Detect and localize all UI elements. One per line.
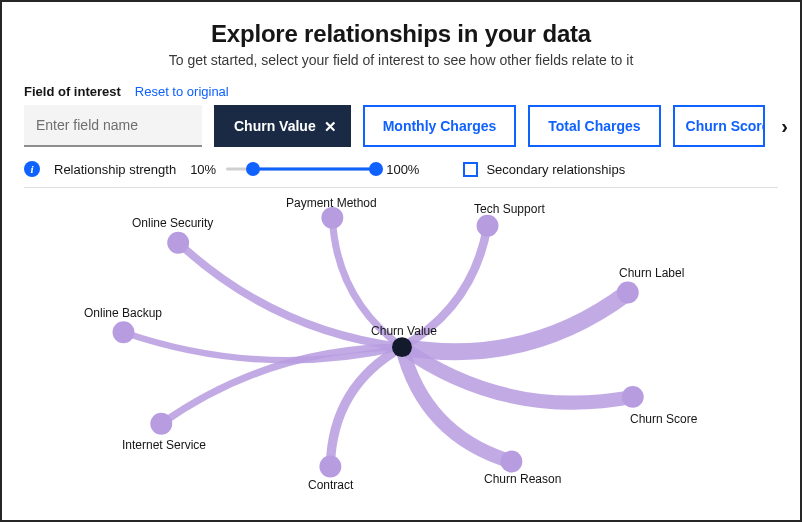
graph-node[interactable] [167,232,189,254]
graph-node[interactable] [113,321,135,343]
relationship-strength-label: Relationship strength [54,162,176,177]
secondary-relationships-label: Secondary relationships [486,162,625,177]
secondary-relationships-checkbox[interactable]: Secondary relationships [463,162,625,177]
strength-slider-group: 10% 100% [190,161,419,177]
graph-node[interactable] [319,456,341,478]
slider-thumb-low[interactable] [246,162,260,176]
chip-option[interactable]: Total Charges [528,105,660,147]
field-of-interest-header: Field of interest Reset to original [24,84,778,99]
controls-row: i Relationship strength 10% 100% Seconda… [24,161,778,187]
strength-slider[interactable] [226,161,376,177]
graph-center-node[interactable] [392,337,412,357]
slider-max-label: 100% [386,162,419,177]
chip-option[interactable]: Churn Score [673,105,765,147]
graph-node[interactable] [321,207,343,229]
field-chips-row: Churn Value ✕ Monthly Charges Total Char… [24,105,778,147]
graph-node-label: Contract [308,478,353,492]
graph-node-label: Online Backup [84,306,162,320]
chip-selected[interactable]: Churn Value ✕ [214,105,351,147]
app-frame: Explore relationships in your data To ge… [0,0,802,522]
graph-node[interactable] [500,451,522,473]
relationship-graph[interactable]: Online SecurityPayment MethodTech Suppor… [24,188,778,488]
graph-edge [330,347,402,466]
graph-node[interactable] [622,386,644,408]
graph-node[interactable] [477,215,499,237]
graph-node-label: Churn Reason [484,472,561,486]
graph-edge [178,243,402,347]
page-subtitle: To get started, select your field of int… [24,52,778,68]
graph-node-label: Payment Method [286,196,377,210]
chip-option[interactable]: Monthly Charges [363,105,517,147]
page-title: Explore relationships in your data [24,20,778,48]
graph-node-label: Internet Service [122,438,206,452]
graph-node-label: Tech Support [474,202,545,216]
slider-min-label: 10% [190,162,216,177]
graph-node[interactable] [617,282,639,304]
graph-node-label: Churn Score [630,412,697,426]
field-name-input[interactable] [24,105,202,147]
chevron-right-icon[interactable]: › [777,111,792,142]
checkbox-box-icon [463,162,478,177]
graph-node-label: Churn Label [619,266,684,280]
reset-to-original-link[interactable]: Reset to original [135,84,229,99]
slider-thumb-high[interactable] [369,162,383,176]
graph-center-label: Churn Value [371,324,437,338]
chip-selected-label: Churn Value [234,118,316,134]
close-icon[interactable]: ✕ [324,119,337,134]
graph-node-label: Online Security [132,216,213,230]
info-icon[interactable]: i [24,161,40,177]
slider-fill [253,168,376,171]
graph-node[interactable] [150,413,172,435]
field-of-interest-label: Field of interest [24,84,121,99]
